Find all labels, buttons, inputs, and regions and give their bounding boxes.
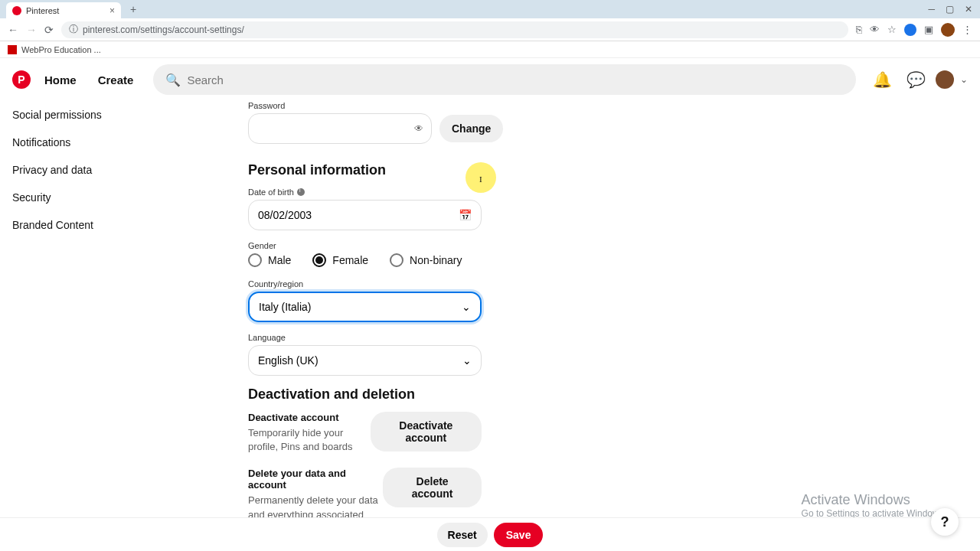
language-label: Language [248, 333, 729, 342]
search-icon: 🔍 [165, 73, 181, 87]
new-tab-button[interactable]: + [130, 3, 136, 15]
settings-sidebar: Social permissions Notifications Privacy… [0, 101, 138, 551]
country-value: Italy (Italia) [259, 301, 311, 313]
back-icon[interactable]: ← [8, 24, 18, 36]
windows-watermark: Activate Windows Go to Settings to activ… [802, 492, 946, 519]
eye-icon[interactable]: 👁 [414, 123, 423, 134]
radio-icon [248, 253, 262, 267]
chrome-profile-avatar[interactable] [941, 23, 955, 37]
site-info-icon[interactable]: ⓘ [69, 23, 78, 36]
forward-icon: → [26, 24, 37, 36]
footer-action-bar: Reset Save [0, 517, 980, 551]
minimize-icon[interactable]: ─ [928, 4, 935, 15]
bell-icon[interactable]: 🔔 [873, 70, 891, 89]
delete-button[interactable]: Delete account [383, 468, 482, 507]
close-window-icon[interactable]: ✕ [965, 4, 972, 15]
pinterest-logo-icon[interactable]: P [12, 70, 31, 89]
country-select[interactable]: Italy (Italia) ⌄ [248, 292, 482, 322]
app-header: P Home Create 🔍 🔔 💬 ⌄ [0, 58, 980, 101]
change-password-button[interactable]: Change [439, 115, 503, 142]
gender-radio-group: Male Female Non-binary [248, 253, 729, 267]
sidebar-item-social[interactable]: Social permissions [12, 101, 126, 129]
password-label: Password [248, 101, 729, 110]
sidebar-item-notifications[interactable]: Notifications [12, 129, 126, 156]
tab-title: Pinterest [26, 6, 59, 15]
bookmark-item[interactable]: WebPro Education ... [21, 45, 101, 54]
radio-icon [390, 253, 403, 267]
dob-input[interactable]: 08/02/2003 📅 [248, 200, 482, 230]
deactivate-heading: Deactivate account [248, 412, 371, 423]
window-controls: ─ ▢ ✕ [928, 4, 980, 15]
radio-icon-selected [312, 253, 326, 267]
deactivate-button[interactable]: Deactivate account [371, 412, 482, 452]
install-icon[interactable]: ⎘ [856, 24, 862, 35]
reload-icon[interactable]: ⟳ [44, 24, 54, 36]
radio-nonbinary[interactable]: Non-binary [390, 253, 462, 267]
info-icon[interactable] [297, 188, 305, 196]
sidebar-item-privacy[interactable]: Privacy and data [12, 156, 126, 184]
nav-create[interactable]: Create [90, 73, 142, 86]
calendar-icon[interactable]: 📅 [459, 209, 472, 221]
chevron-down-icon: ⌄ [462, 301, 471, 313]
menu-icon[interactable]: ⋮ [962, 24, 972, 35]
dob-value: 08/02/2003 [258, 209, 312, 221]
browser-tab[interactable]: Pinterest × [6, 2, 121, 19]
chat-icon[interactable]: 💬 [906, 70, 925, 89]
save-button[interactable]: Save [494, 523, 544, 547]
section-deactivation: Deactivation and deletion [248, 386, 729, 403]
language-select[interactable]: English (UK) ⌄ [248, 345, 482, 376]
bookmarks-bar: WebPro Education ... [0, 41, 980, 58]
url-text: pinterest.com/settings/account-settings/ [83, 24, 244, 35]
gender-label: Gender [248, 241, 729, 250]
pinterest-favicon [12, 6, 21, 15]
delete-heading: Delete your data and account [248, 468, 383, 491]
close-tab-icon[interactable]: × [109, 5, 115, 16]
browser-tab-bar: Pinterest × + ─ ▢ ✕ [0, 0, 980, 18]
search-input[interactable] [187, 73, 844, 86]
maximize-icon[interactable]: ▢ [946, 4, 954, 15]
deactivate-desc: Temporarily hide your profile, Pins and … [248, 426, 371, 454]
settings-main: I Password 👁 Change Personal information… [138, 101, 980, 551]
radio-male[interactable]: Male [248, 253, 291, 267]
reset-button[interactable]: Reset [437, 523, 488, 547]
sidebar-item-security[interactable]: Security [12, 184, 126, 211]
country-label: Country/region [248, 279, 729, 289]
search-container[interactable]: 🔍 [153, 64, 856, 95]
user-avatar[interactable] [936, 70, 954, 89]
sidebar-item-branded[interactable]: Branded Content [12, 211, 126, 239]
chevron-down-icon[interactable]: ⌄ [960, 74, 968, 85]
address-bar: ← → ⟳ ⓘ pinterest.com/settings/account-s… [0, 18, 980, 41]
star-icon[interactable]: ☆ [887, 24, 897, 35]
language-value: English (UK) [258, 354, 318, 367]
password-input[interactable]: 👁 [248, 113, 432, 144]
bookmark-favicon [8, 45, 17, 54]
eye-off-icon[interactable]: 👁 [870, 24, 880, 35]
cursor-icon: I [479, 174, 482, 184]
nav-home[interactable]: Home [37, 73, 84, 86]
help-button[interactable]: ? [931, 508, 959, 536]
url-input[interactable]: ⓘ pinterest.com/settings/account-setting… [61, 21, 848, 38]
extensions-icon[interactable]: ▣ [924, 24, 933, 35]
radio-female[interactable]: Female [312, 253, 368, 267]
extension-icon[interactable] [904, 24, 916, 36]
chevron-down-icon: ⌄ [462, 354, 472, 367]
